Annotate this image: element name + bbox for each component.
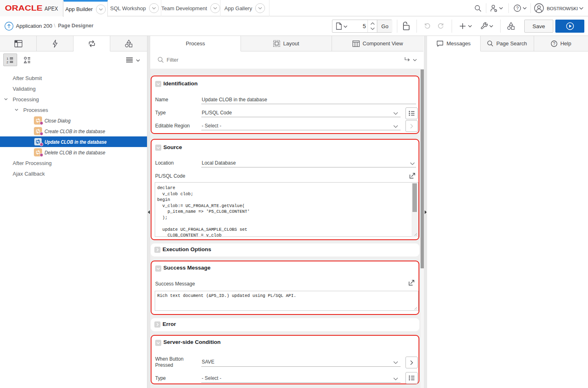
svg-text:?: ? — [516, 6, 519, 11]
svg-text:ORACLE: ORACLE — [5, 4, 42, 12]
svg-text:APEX: APEX — [45, 5, 58, 12]
svg-text:?: ? — [553, 41, 555, 46]
